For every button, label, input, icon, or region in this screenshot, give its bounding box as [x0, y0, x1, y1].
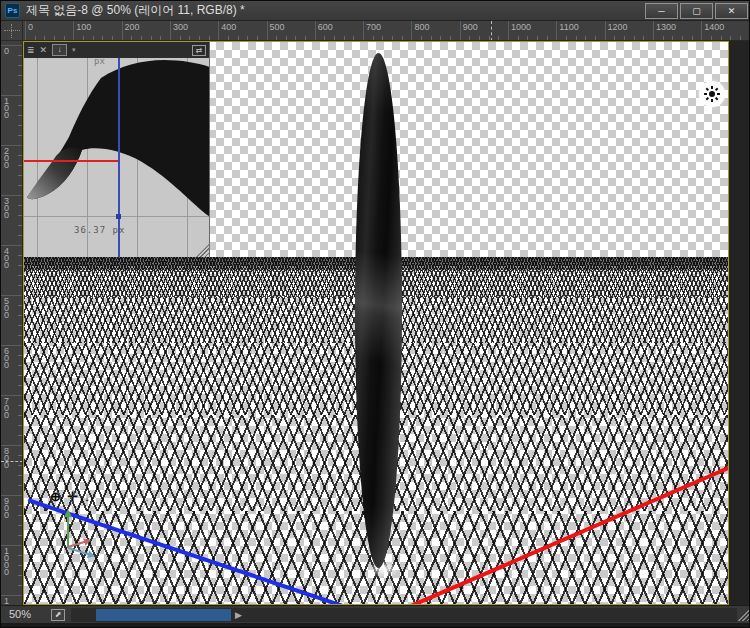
- ruler-tick: [189, 36, 190, 40]
- 3d-axis-widget[interactable]: [44, 502, 124, 572]
- ruler-tick: [18, 565, 22, 566]
- ruler-label: 1200: [608, 22, 628, 32]
- ruler-tick: [692, 36, 693, 40]
- ruler-tick: [498, 36, 499, 40]
- ruler-tick: [18, 235, 22, 236]
- ruler-tick: [18, 135, 22, 136]
- window-controls: ─ ▢ ✕: [645, 3, 748, 19]
- maximize-button[interactable]: ▢: [680, 3, 713, 19]
- ruler-tick: [18, 435, 22, 436]
- horizontal-ruler[interactable]: 0100200300400500600700800900100011001200…: [23, 21, 750, 41]
- x-axis-arrow[interactable]: [68, 540, 90, 548]
- pan-camera-icon[interactable]: ✛: [67, 490, 78, 503]
- window-resize-grip[interactable]: [737, 609, 749, 621]
- ruler-tick: [18, 365, 22, 366]
- ruler-tick: [18, 515, 22, 516]
- ruler-tick: [18, 115, 22, 116]
- ruler-tick: [18, 85, 22, 86]
- ruler-tick: [556, 21, 557, 41]
- ruler-tick: [18, 325, 22, 326]
- ruler-tick: [18, 155, 22, 156]
- title-bar[interactable]: Ps 제목 없음-8 @ 50% (레이어 11, RGB/8) * ─ ▢ ✕: [1, 1, 750, 21]
- ruler-tick: [585, 36, 586, 40]
- ruler-tick: [663, 36, 664, 40]
- ruler-tick: [547, 36, 548, 40]
- ruler-tick: [18, 215, 22, 216]
- ruler-label: 6 0 0: [4, 348, 9, 369]
- document-canvas[interactable]: ⊕ ✛ ↓ ≣ ✕: [23, 41, 729, 605]
- ruler-tick: [344, 36, 345, 40]
- ruler-tick: [624, 36, 625, 40]
- ruler-tick: [527, 36, 528, 40]
- ruler-tick: [18, 65, 22, 66]
- ruler-tick: [18, 525, 22, 526]
- ruler-tick: [595, 36, 596, 40]
- ruler-origin-corner[interactable]: [1, 21, 23, 41]
- ruler-tick: [199, 36, 200, 40]
- dolly-camera-icon[interactable]: ↓: [84, 490, 91, 503]
- ruler-tick: [18, 555, 22, 556]
- ruler-tick: [363, 21, 364, 41]
- ruler-tick: [112, 36, 113, 40]
- ruler-tick: [18, 335, 22, 336]
- ruler-tick: [64, 36, 65, 40]
- ruler-tick: [566, 36, 567, 40]
- ruler-label: 1000: [511, 22, 531, 32]
- zoom-level-field[interactable]: 50%: [9, 608, 31, 620]
- camera-close-icon[interactable]: ✕: [40, 46, 48, 55]
- ruler-label: 5 0 0: [4, 298, 9, 319]
- ruler-tick: [18, 205, 22, 206]
- vertical-ruler[interactable]: 01 0 02 0 03 0 04 0 05 0 06 0 07 0 08 0 …: [1, 41, 23, 605]
- ruler-tick: [18, 285, 22, 286]
- ruler-tick: [382, 36, 383, 40]
- secondary-view-panel[interactable]: ≣ ✕ ↓ ▾ ⇄: [24, 42, 210, 257]
- infinite-light-icon[interactable]: [699, 81, 725, 107]
- status-popup-icon[interactable]: ⬈: [51, 609, 65, 621]
- measure-point: [116, 214, 121, 219]
- ruler-tick: [334, 36, 335, 40]
- status-menu-arrow[interactable]: ▶: [235, 609, 242, 621]
- close-button[interactable]: ✕: [715, 3, 748, 19]
- ruler-tick: [218, 21, 219, 41]
- 3d-mesh-object[interactable]: [355, 53, 402, 568]
- ruler-label: 1400: [704, 22, 724, 32]
- ruler-tick: [18, 265, 22, 266]
- frames-icon[interactable]: ≣: [27, 46, 35, 55]
- ruler-tick: [18, 455, 22, 456]
- ruler-tick: [160, 36, 161, 40]
- ruler-tick: [576, 36, 577, 40]
- ruler-tick: [353, 36, 354, 40]
- ruler-tick: [721, 36, 722, 40]
- minimize-button[interactable]: ─: [645, 3, 678, 19]
- ruler-label: 100: [76, 22, 91, 32]
- ruler-tick: [18, 315, 22, 316]
- ruler-tick: [469, 36, 470, 40]
- ruler-tick: [701, 21, 702, 41]
- ruler-tick: [54, 36, 55, 40]
- ruler-tick: [18, 275, 22, 276]
- ruler-tick: [141, 36, 142, 40]
- vertical-scrollbar-track[interactable]: [729, 41, 750, 605]
- ruler-label: 0: [28, 22, 33, 32]
- orbit-camera-icon[interactable]: ⊕: [50, 490, 61, 503]
- y-axis-arrow[interactable]: [67, 512, 69, 548]
- ruler-label: 600: [318, 22, 333, 32]
- ruler-tick: [286, 36, 287, 40]
- ruler-tick: [315, 21, 316, 41]
- ruler-tick: [238, 36, 239, 40]
- ruler-label: 3 0 0: [4, 198, 9, 219]
- ruler-tick: [18, 385, 22, 386]
- view-select-button[interactable]: ↓: [52, 44, 67, 56]
- chevron-down-icon[interactable]: ▾: [72, 46, 76, 54]
- swap-views-icon[interactable]: ⇄: [192, 45, 206, 56]
- z-axis-arrow[interactable]: [68, 547, 93, 557]
- ruler-tick: [180, 36, 181, 40]
- ruler-tick: [421, 36, 422, 40]
- status-bar: 50% ⬈ ▶: [1, 605, 750, 623]
- ruler-tick: [18, 425, 22, 426]
- secondary-view-header: ≣ ✕ ↓ ▾ ⇄: [24, 42, 209, 58]
- ruler-tick: [73, 21, 74, 41]
- ruler-tick: [672, 36, 673, 40]
- ruler-tick: [18, 75, 22, 76]
- ruler-label: 1 0 0 0: [4, 548, 9, 576]
